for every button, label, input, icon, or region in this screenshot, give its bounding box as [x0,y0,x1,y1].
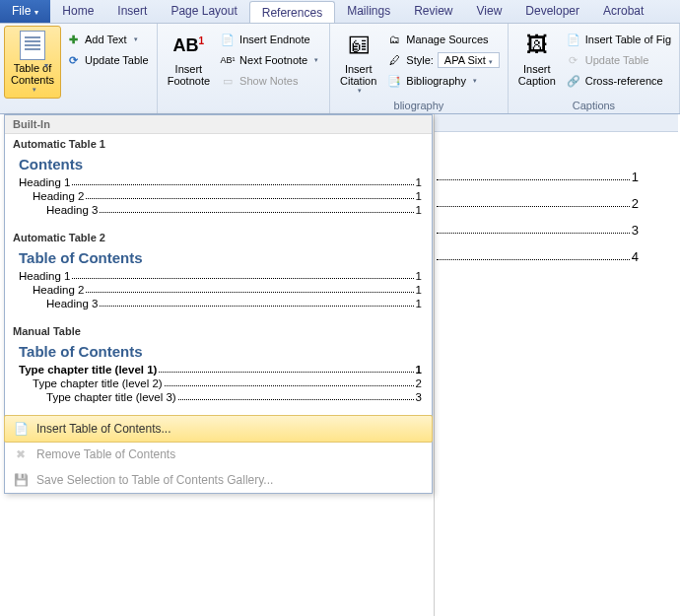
tab-page-layout[interactable]: Page Layout [159,0,248,23]
preview-title: Table of Contents [19,249,422,266]
document-page: 1 2 3 4 [434,114,678,616]
document-icon [20,31,45,60]
footnote-icon: AB1 [173,35,205,56]
tab-mailings[interactable]: Mailings [335,0,402,23]
refresh-icon: ⟳ [566,52,581,68]
doc-toc-line: 1 [435,170,639,184]
document-icon: 📄 [13,421,29,437]
caption-icon: 🖼 [521,30,553,61]
citation-icon: 🗟 [343,30,374,61]
tab-file[interactable]: File [0,0,50,23]
insert-toc-action[interactable]: 📄 Insert Table of Contents... [4,415,433,443]
save-icon: 💾 [13,472,29,488]
tof-icon: 📄 [566,32,581,47]
bibliography-icon: 📑 [386,73,402,89]
next-footnote-icon: AB¹ [220,52,236,68]
citation-style-select[interactable]: 🖊 Style: APA Sixt [382,50,504,70]
preview-title: Contents [19,156,422,172]
group-label-bibliography: bliography [330,98,508,113]
manage-sources-icon: 🗂 [386,32,402,47]
insert-footnote-button[interactable]: AB1 Insert Footnote [162,26,216,99]
plus-icon: ✚ [65,32,81,47]
dropdown-section-builtin: Built-In [5,115,432,134]
remove-toc-action: ✖ Remove Table of Contents [5,442,432,467]
toc-gallery-auto2[interactable]: Automatic Table 2 Table of Contents Head… [5,228,432,321]
group-label-captions: Captions [509,98,679,113]
update-tof-button: ⟳ Update Table [562,50,675,70]
tab-developer[interactable]: Developer [513,0,591,23]
tab-insert[interactable]: Insert [105,0,159,23]
bibliography-button[interactable]: 📑 Bibliography [382,71,504,91]
doc-toc-line: 2 [435,196,639,211]
table-of-contents-button[interactable]: Table of Contents [4,26,61,99]
ruler [435,114,678,132]
tab-acrobat[interactable]: Acrobat [591,0,655,23]
insert-citation-button[interactable]: 🗟 Insert Citation [334,26,382,99]
style-icon: 🖊 [386,52,402,68]
cross-ref-icon: 🔗 [566,73,581,89]
preview-title: Table of Contents [19,343,422,360]
insert-caption-button[interactable]: 🖼 Insert Caption [512,26,562,99]
style-value[interactable]: APA Sixt [438,52,500,68]
update-table-button[interactable]: ⟳ Update Table [61,50,153,70]
show-notes-icon: ▭ [220,73,236,89]
manage-sources-button[interactable]: 🗂 Manage Sources [382,30,504,49]
remove-icon: ✖ [13,446,29,462]
toc-gallery-auto1[interactable]: Automatic Table 1 Contents Heading 11 He… [5,134,432,228]
show-notes-button: ▭ Show Notes [216,71,322,91]
save-toc-gallery-action: 💾 Save Selection to Table of Contents Ga… [5,467,432,493]
ribbon: Table of Contents ✚ Add Text ⟳ Update Ta… [0,24,680,114]
insert-table-of-figures-button[interactable]: 📄 Insert Table of Fig [562,30,675,49]
doc-toc-line: 4 [435,249,639,264]
tab-home[interactable]: Home [50,0,105,23]
doc-toc-line: 3 [435,223,639,238]
next-footnote-button[interactable]: AB¹ Next Footnote [216,50,322,70]
tab-review[interactable]: Review [402,0,464,23]
tab-strip: File Home Insert Page Layout References … [0,0,680,24]
insert-endnote-button[interactable]: 📄 Insert Endnote [216,30,322,49]
toc-dropdown: Built-In Automatic Table 1 Contents Head… [4,114,433,494]
toc-gallery-manual[interactable]: Manual Table Table of Contents Type chap… [5,321,432,415]
cross-reference-button[interactable]: 🔗 Cross-reference [562,71,675,91]
endnote-icon: 📄 [220,32,236,47]
tab-view[interactable]: View [465,0,514,23]
tab-references[interactable]: References [249,1,335,23]
add-text-button[interactable]: ✚ Add Text [61,30,153,49]
refresh-icon: ⟳ [65,52,81,68]
